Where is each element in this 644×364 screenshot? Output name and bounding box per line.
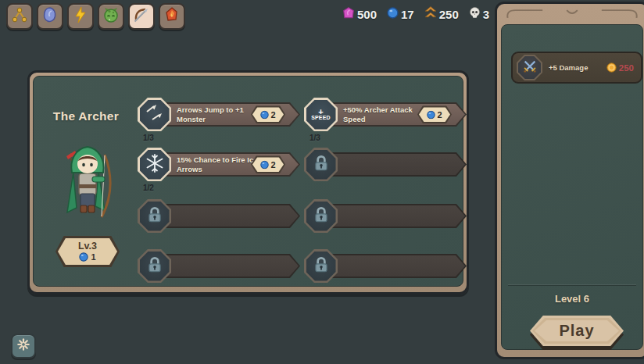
speed-icon: + SPEED <box>306 100 336 130</box>
level-badge: Lv.3 1 <box>55 236 120 267</box>
crossed-swords-icon <box>522 59 538 77</box>
upgrade-slot-locked <box>304 249 470 296</box>
hero-title: The Archer <box>38 109 134 123</box>
toolbar-button-archer[interactable] <box>128 3 155 30</box>
panel-carving-decoration <box>497 4 644 24</box>
toolbar <box>6 3 185 30</box>
currency-skulls: 3 <box>469 7 489 22</box>
snowflake-icon <box>144 152 166 177</box>
arrow-jump-icon <box>144 102 166 127</box>
corner-button[interactable] <box>11 334 36 359</box>
upgrade-icon-frame <box>138 249 171 283</box>
upgrade-cost-badge[interactable]: 2 <box>251 155 285 173</box>
upgrade-progress: 1/3 <box>143 134 154 142</box>
shop-item-icon-frame <box>517 55 542 80</box>
upgrade-slot-locked <box>304 199 470 246</box>
lock-icon <box>312 154 331 176</box>
upgrade-icon-frame: + SPEED <box>304 98 338 131</box>
skull-icon <box>469 7 481 22</box>
toolbar-button-fire[interactable] <box>159 3 185 30</box>
upgrade-icon-frame <box>304 249 338 283</box>
upgrade-icon-frame <box>304 148 338 181</box>
bow-icon <box>133 6 150 27</box>
blue-orb-icon <box>260 110 269 119</box>
pink-gem-icon <box>342 7 355 22</box>
play-button[interactable]: Play <box>530 316 624 350</box>
upgrade-cost-badge[interactable]: 2 <box>417 105 452 123</box>
shop-panel-inner: +5 Damage 250 Level 6 Play <box>501 24 643 350</box>
ice-gem-icon <box>41 6 59 27</box>
upgrade-cost: 2 <box>270 160 275 170</box>
currency-pink-gems: 500 <box>342 7 377 22</box>
blue-orb-icon <box>79 252 88 262</box>
divider <box>508 284 636 285</box>
upgrade-chevrons-icon <box>424 6 437 22</box>
currency-value: 3 <box>483 8 489 21</box>
shop-item-cost: 250 <box>606 62 634 73</box>
currency-value: 250 <box>439 8 459 21</box>
blue-orb-icon <box>387 7 399 22</box>
upgrade-slot-locked <box>138 249 303 296</box>
toolbar-button-skill-tree[interactable] <box>6 3 33 30</box>
asterisk-icon <box>16 337 30 355</box>
upgrade-icon-frame <box>138 199 171 233</box>
shop-item-label: +5 Damage <box>549 63 588 72</box>
skill-tree-icon <box>11 6 28 27</box>
upgrade-slot-locked <box>304 148 470 194</box>
level-label: Level 6 <box>502 293 642 305</box>
currency-upgrade-points: 250 <box>424 6 459 22</box>
toolbar-button-lightning[interactable] <box>67 3 94 30</box>
lock-icon <box>145 255 164 277</box>
upgrade-cost-badge[interactable]: 2 <box>251 105 285 123</box>
shop-item-cost-value: 250 <box>619 63 634 73</box>
monster-icon <box>102 6 120 27</box>
level-badge-count: 1 <box>91 252 95 262</box>
upgrade-cost: 2 <box>270 110 275 120</box>
currency-value: 17 <box>401 8 414 21</box>
currency-blue-orbs: 17 <box>387 7 414 22</box>
speed-icon-word: SPEED <box>311 115 331 120</box>
lock-icon <box>312 255 331 277</box>
toolbar-button-monster[interactable] <box>98 3 124 30</box>
blue-orb-icon <box>427 110 435 119</box>
upgrade-slot-attack-speed[interactable]: +50% Archer Attack Speed 2 + SPEED 1/3 <box>304 98 470 145</box>
lightning-icon <box>72 6 89 27</box>
upgrade-progress: 1/3 <box>309 134 320 142</box>
upgrade-slot-ice-arrows[interactable]: 15% Chance to Fire Ice Arrows 2 <box>138 148 303 194</box>
upgrade-slot-locked <box>138 199 303 246</box>
gold-coin-icon <box>606 62 617 73</box>
upgrade-slot-arrow-jump[interactable]: Arrows Jump to +1 Monster 2 1/3 <box>138 98 303 145</box>
currency-value: 500 <box>357 8 377 21</box>
upgrade-cost: 2 <box>437 110 442 120</box>
level-badge-label: Lv.3 <box>78 241 97 252</box>
hero-panel-inner: The Archer <box>33 76 463 287</box>
shop-panel: +5 Damage 250 Level 6 Play <box>495 2 644 359</box>
fire-gem-icon <box>163 6 181 27</box>
upgrade-progress: 1/2 <box>143 184 154 192</box>
toolbar-button-ice[interactable] <box>37 3 63 30</box>
play-button-label: Play <box>559 322 594 340</box>
upgrade-icon-frame <box>304 199 338 233</box>
lock-icon <box>145 205 164 227</box>
speed-icon-plus: + <box>318 109 323 116</box>
shop-item-damage[interactable]: +5 Damage 250 <box>511 52 642 84</box>
lock-icon <box>312 205 331 227</box>
blue-orb-icon <box>260 160 269 169</box>
hero-panel: The Archer <box>27 70 469 294</box>
archer-character-art <box>58 144 117 234</box>
